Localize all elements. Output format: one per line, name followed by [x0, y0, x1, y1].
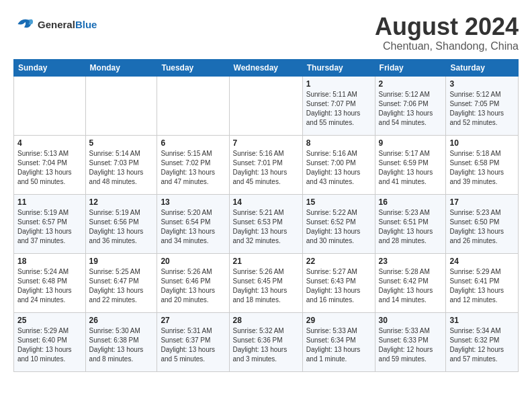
calendar-cell: 21Sunrise: 5:26 AM Sunset: 6:45 PM Dayli… [229, 253, 302, 312]
day-number: 25 [17, 316, 82, 325]
calendar-week-row: 18Sunrise: 5:24 AM Sunset: 6:48 PM Dayli… [14, 253, 519, 312]
calendar-cell: 29Sunrise: 5:33 AM Sunset: 6:34 PM Dayli… [302, 312, 375, 371]
day-detail: Sunrise: 5:14 AM Sunset: 7:03 PM Dayligh… [89, 149, 154, 187]
day-number: 29 [306, 316, 371, 325]
calendar-cell: 13Sunrise: 5:20 AM Sunset: 6:54 PM Dayli… [157, 194, 229, 253]
day-detail: Sunrise: 5:26 AM Sunset: 6:45 PM Dayligh… [233, 267, 299, 305]
day-number: 13 [161, 197, 225, 207]
calendar-cell: 31Sunrise: 5:34 AM Sunset: 6:32 PM Dayli… [446, 312, 519, 371]
calendar-week-row: 4Sunrise: 5:13 AM Sunset: 7:04 PM Daylig… [14, 135, 519, 194]
day-detail: Sunrise: 5:12 AM Sunset: 7:06 PM Dayligh… [379, 90, 443, 128]
day-detail: Sunrise: 5:24 AM Sunset: 6:48 PM Dayligh… [17, 267, 82, 305]
calendar-cell: 1Sunrise: 5:11 AM Sunset: 7:07 PM Daylig… [302, 76, 375, 135]
day-detail: Sunrise: 5:20 AM Sunset: 6:54 PM Dayligh… [161, 208, 225, 246]
day-number: 12 [89, 197, 154, 207]
day-detail: Sunrise: 5:12 AM Sunset: 7:05 PM Dayligh… [449, 90, 515, 128]
header-wednesday: Wednesday [229, 59, 302, 76]
day-number: 4 [17, 138, 82, 148]
day-detail: Sunrise: 5:33 AM Sunset: 6:34 PM Dayligh… [306, 326, 371, 364]
calendar-cell: 24Sunrise: 5:29 AM Sunset: 6:41 PM Dayli… [446, 253, 519, 312]
day-detail: Sunrise: 5:33 AM Sunset: 6:33 PM Dayligh… [379, 326, 443, 364]
header-friday: Friday [375, 59, 446, 76]
calendar-cell: 25Sunrise: 5:29 AM Sunset: 6:40 PM Dayli… [14, 312, 86, 371]
logo-text: GeneralBlue [38, 19, 97, 30]
day-number: 31 [449, 316, 515, 325]
day-number: 20 [161, 257, 225, 266]
day-number: 28 [233, 316, 299, 325]
calendar-cell: 17Sunrise: 5:23 AM Sunset: 6:50 PM Dayli… [446, 194, 519, 253]
day-number: 23 [379, 257, 443, 266]
calendar-header-row: SundayMondayTuesdayWednesdayThursdayFrid… [14, 59, 519, 76]
calendar-cell [157, 76, 229, 135]
calendar-cell: 4Sunrise: 5:13 AM Sunset: 7:04 PM Daylig… [14, 135, 86, 194]
calendar-cell: 18Sunrise: 5:24 AM Sunset: 6:48 PM Dayli… [14, 253, 86, 312]
calendar-cell: 6Sunrise: 5:15 AM Sunset: 7:02 PM Daylig… [157, 135, 229, 194]
day-detail: Sunrise: 5:34 AM Sunset: 6:32 PM Dayligh… [449, 326, 515, 364]
calendar-week-row: 11Sunrise: 5:19 AM Sunset: 6:57 PM Dayli… [14, 194, 519, 253]
day-detail: Sunrise: 5:21 AM Sunset: 6:53 PM Dayligh… [233, 208, 299, 246]
day-detail: Sunrise: 5:31 AM Sunset: 6:37 PM Dayligh… [161, 326, 225, 364]
calendar-cell [229, 76, 302, 135]
title-area: August 2024 Chentuan, Shandong, China [375, 13, 519, 52]
header-saturday: Saturday [446, 59, 519, 76]
day-number: 17 [449, 197, 515, 207]
day-number: 3 [449, 79, 515, 89]
day-number: 24 [449, 257, 515, 266]
day-number: 8 [306, 138, 371, 148]
day-detail: Sunrise: 5:30 AM Sunset: 6:38 PM Dayligh… [89, 326, 154, 364]
day-number: 5 [89, 138, 154, 148]
day-detail: Sunrise: 5:19 AM Sunset: 6:56 PM Dayligh… [89, 208, 154, 246]
day-number: 6 [161, 138, 225, 148]
day-number: 16 [379, 197, 443, 207]
day-number: 10 [449, 138, 515, 148]
day-detail: Sunrise: 5:25 AM Sunset: 6:47 PM Dayligh… [89, 267, 154, 305]
calendar-cell: 14Sunrise: 5:21 AM Sunset: 6:53 PM Dayli… [229, 194, 302, 253]
calendar-cell: 8Sunrise: 5:16 AM Sunset: 7:00 PM Daylig… [302, 135, 375, 194]
calendar-cell: 23Sunrise: 5:28 AM Sunset: 6:42 PM Dayli… [375, 253, 446, 312]
calendar-cell [14, 76, 86, 135]
day-number: 27 [161, 316, 225, 325]
day-detail: Sunrise: 5:23 AM Sunset: 6:51 PM Dayligh… [379, 208, 443, 246]
header: GeneralBlue August 2024 Chentuan, Shando… [13, 13, 519, 52]
calendar-cell [85, 76, 157, 135]
day-detail: Sunrise: 5:13 AM Sunset: 7:04 PM Dayligh… [17, 149, 82, 187]
calendar-cell: 12Sunrise: 5:19 AM Sunset: 6:56 PM Dayli… [85, 194, 157, 253]
calendar-cell: 27Sunrise: 5:31 AM Sunset: 6:37 PM Dayli… [157, 312, 229, 371]
day-detail: Sunrise: 5:22 AM Sunset: 6:52 PM Dayligh… [306, 208, 371, 246]
logo-icon [13, 13, 35, 35]
day-detail: Sunrise: 5:32 AM Sunset: 6:36 PM Dayligh… [233, 326, 299, 364]
day-detail: Sunrise: 5:26 AM Sunset: 6:46 PM Dayligh… [161, 267, 225, 305]
day-detail: Sunrise: 5:11 AM Sunset: 7:07 PM Dayligh… [306, 90, 371, 128]
calendar-cell: 15Sunrise: 5:22 AM Sunset: 6:52 PM Dayli… [302, 194, 375, 253]
day-number: 18 [17, 257, 82, 266]
day-number: 21 [233, 257, 299, 266]
day-detail: Sunrise: 5:19 AM Sunset: 6:57 PM Dayligh… [17, 208, 82, 246]
day-number: 14 [233, 197, 299, 207]
location-subtitle: Chentuan, Shandong, China [375, 40, 519, 52]
day-detail: Sunrise: 5:16 AM Sunset: 7:00 PM Dayligh… [306, 149, 371, 187]
header-sunday: Sunday [14, 59, 86, 76]
calendar-cell: 20Sunrise: 5:26 AM Sunset: 6:46 PM Dayli… [157, 253, 229, 312]
day-detail: Sunrise: 5:29 AM Sunset: 6:41 PM Dayligh… [449, 267, 515, 305]
calendar-cell: 30Sunrise: 5:33 AM Sunset: 6:33 PM Dayli… [375, 312, 446, 371]
month-title: August 2024 [375, 13, 519, 40]
day-number: 1 [306, 79, 371, 89]
calendar-cell: 26Sunrise: 5:30 AM Sunset: 6:38 PM Dayli… [85, 312, 157, 371]
header-tuesday: Tuesday [157, 59, 229, 76]
header-monday: Monday [85, 59, 157, 76]
logo: GeneralBlue [13, 13, 97, 35]
day-number: 22 [306, 257, 371, 266]
day-detail: Sunrise: 5:17 AM Sunset: 6:59 PM Dayligh… [379, 149, 443, 187]
calendar-cell: 19Sunrise: 5:25 AM Sunset: 6:47 PM Dayli… [85, 253, 157, 312]
day-detail: Sunrise: 5:16 AM Sunset: 7:01 PM Dayligh… [233, 149, 299, 187]
calendar-cell: 7Sunrise: 5:16 AM Sunset: 7:01 PM Daylig… [229, 135, 302, 194]
calendar-week-row: 25Sunrise: 5:29 AM Sunset: 6:40 PM Dayli… [14, 312, 519, 371]
header-thursday: Thursday [302, 59, 375, 76]
day-detail: Sunrise: 5:18 AM Sunset: 6:58 PM Dayligh… [449, 149, 515, 187]
calendar-cell: 28Sunrise: 5:32 AM Sunset: 6:36 PM Dayli… [229, 312, 302, 371]
day-number: 26 [89, 316, 154, 325]
calendar-cell: 11Sunrise: 5:19 AM Sunset: 6:57 PM Dayli… [14, 194, 86, 253]
day-number: 2 [379, 79, 443, 89]
calendar-week-row: 1Sunrise: 5:11 AM Sunset: 7:07 PM Daylig… [14, 76, 519, 135]
day-number: 30 [379, 316, 443, 325]
